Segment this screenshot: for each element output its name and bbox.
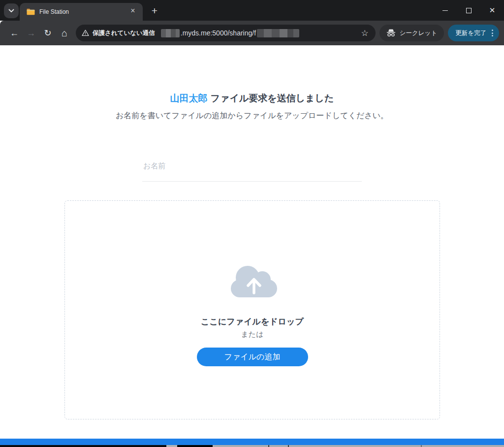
url-text: .myds.me:5000/sharing/f [181, 29, 256, 37]
incognito-label: シークレット [400, 29, 437, 37]
minimize-button[interactable] [433, 0, 457, 21]
reload-button[interactable]: ↻ [39, 25, 56, 41]
cloud-upload-icon [227, 264, 278, 297]
taskbar-sliver [0, 445, 504, 447]
tab-title: File Station [39, 8, 128, 15]
tab-search-button[interactable] [4, 3, 19, 18]
or-text: または [241, 330, 263, 339]
redacted-url-token [257, 29, 299, 37]
update-button-label: 更新を完了 [455, 29, 486, 37]
tab-close-icon[interactable]: × [128, 7, 138, 17]
page-title-text: ファイル要求を送信しました [210, 93, 334, 103]
file-drop-zone[interactable]: ここにファイルをドロップ または ファイルの追加 [64, 200, 440, 419]
maximize-icon [466, 8, 472, 13]
forward-button[interactable]: → [23, 25, 39, 41]
requester-name: 山田太郎 [170, 93, 207, 103]
footer-accent-bar [0, 439, 504, 445]
incognito-icon [386, 29, 396, 37]
folder-icon [27, 8, 35, 15]
redacted-url-prefix [161, 29, 180, 37]
browser-window: File Station × + ✕ ← → ↻ ⌂ [0, 0, 504, 447]
drop-files-text: ここにファイルをドロップ [201, 317, 304, 327]
maximize-button[interactable] [457, 0, 480, 21]
name-input[interactable] [142, 155, 362, 181]
name-field-wrap [142, 155, 362, 182]
warning-triangle-icon [82, 30, 89, 36]
kebab-menu-icon[interactable] [491, 29, 494, 37]
file-request-page: 山田太郎ファイル要求を送信しました お名前を書いてファイルの追加からファイルをア… [0, 45, 504, 439]
update-chrome-button[interactable]: 更新を完了 [448, 25, 499, 41]
page-subtitle: お名前を書いてファイルの追加からファイルをアップロードしてください。 [0, 110, 504, 121]
security-chip-label: 保護されていない通信 [93, 29, 155, 37]
page-title: 山田太郎ファイル要求を送信しました [0, 93, 504, 104]
add-files-button[interactable]: ファイルの追加 [197, 348, 308, 366]
incognito-badge: シークレット [379, 25, 444, 41]
back-button[interactable]: ← [6, 25, 23, 41]
chevron-down-icon [8, 9, 14, 13]
window-controls: ✕ [433, 0, 504, 21]
bookmark-star-icon[interactable]: ☆ [360, 27, 369, 39]
new-tab-button[interactable]: + [148, 4, 161, 18]
tab-file-station[interactable]: File Station × [20, 3, 143, 21]
home-button[interactable]: ⌂ [56, 25, 73, 41]
minimize-icon [442, 10, 448, 11]
tab-strip: File Station × + ✕ [0, 0, 504, 21]
browser-toolbar: ← → ↻ ⌂ 保護されていない通信 .myds.me:5000/sharing… [0, 21, 504, 45]
address-bar[interactable]: 保護されていない通信 .myds.me:5000/sharing/f ☆ [76, 25, 376, 41]
close-window-button[interactable]: ✕ [480, 0, 504, 21]
security-chip[interactable]: 保護されていない通信 [82, 29, 155, 37]
